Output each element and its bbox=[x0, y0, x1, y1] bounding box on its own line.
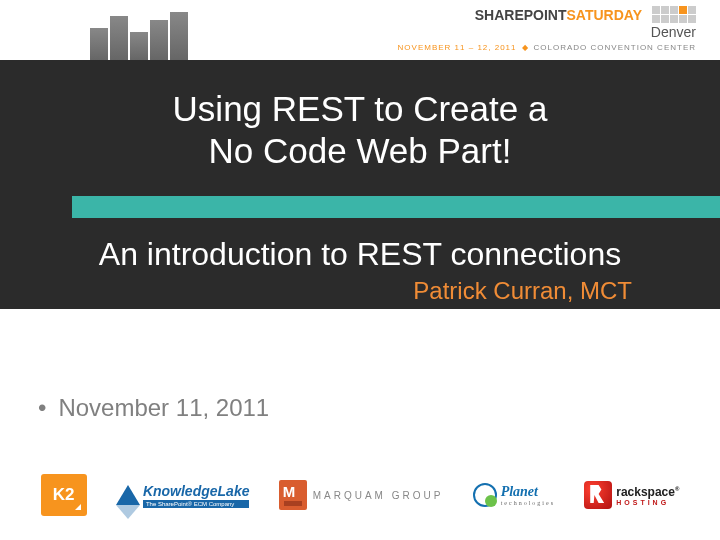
slide-date: November 11, 2011 bbox=[58, 394, 269, 421]
bullet-icon: • bbox=[38, 394, 46, 421]
planet-name: Planet bbox=[501, 484, 538, 499]
knowledgelake-name: KnowledgeLake bbox=[143, 483, 250, 499]
title-panel: Using REST to Create a No Code Web Part! bbox=[0, 60, 720, 196]
event-header: SHAREPOINTSATURDAY Denver NOVEMBER 11 – … bbox=[0, 0, 720, 60]
slide-subtitle: An introduction to REST connections bbox=[0, 236, 720, 273]
skyline-graphic bbox=[90, 10, 188, 60]
sponsor-k2: K2 bbox=[41, 474, 87, 516]
divider-bar bbox=[0, 196, 720, 218]
event-city: Denver bbox=[398, 24, 696, 40]
sponsor-knowledgelake: KnowledgeLake The SharePoint® ECM Compan… bbox=[116, 483, 250, 508]
event-date-venue: NOVEMBER 11 – 12, 2011◆COLORADO CONVENTI… bbox=[398, 43, 696, 52]
slide-author: Patrick Curran, MCT bbox=[413, 277, 632, 305]
sponsor-rackspace: rackspace® HOSTING bbox=[584, 481, 679, 509]
slide-title-line2: No Code Web Part! bbox=[0, 130, 720, 172]
marquam-icon bbox=[279, 480, 307, 510]
planet-sub: technologies bbox=[501, 500, 555, 506]
event-name-part2: SATURDAY bbox=[567, 7, 642, 23]
sponsor-marquam: MARQUAM GROUP bbox=[279, 480, 444, 510]
sponsor-row: K2 KnowledgeLake The SharePoint® ECM Com… bbox=[0, 464, 720, 526]
rackspace-name: rackspace bbox=[616, 485, 675, 499]
grid-icon bbox=[652, 6, 696, 23]
slide-date-row: •November 11, 2011 bbox=[38, 394, 269, 422]
event-branding: SHAREPOINTSATURDAY Denver NOVEMBER 11 – … bbox=[398, 0, 720, 60]
event-name-part1: SHAREPOINT bbox=[475, 7, 567, 23]
knowledgelake-icon bbox=[116, 485, 140, 505]
slide-title-line1: Using REST to Create a bbox=[0, 88, 720, 130]
k2-logo: K2 bbox=[41, 474, 87, 516]
knowledgelake-tagline: The SharePoint® ECM Company bbox=[143, 500, 250, 508]
rackspace-sub: HOSTING bbox=[616, 499, 679, 506]
subtitle-panel: An introduction to REST connections Patr… bbox=[0, 218, 720, 309]
sponsor-planet: Planet technologies bbox=[473, 483, 555, 507]
planet-icon bbox=[473, 483, 497, 507]
rackspace-icon bbox=[584, 481, 612, 509]
marquam-name: MARQUAM GROUP bbox=[313, 490, 444, 501]
